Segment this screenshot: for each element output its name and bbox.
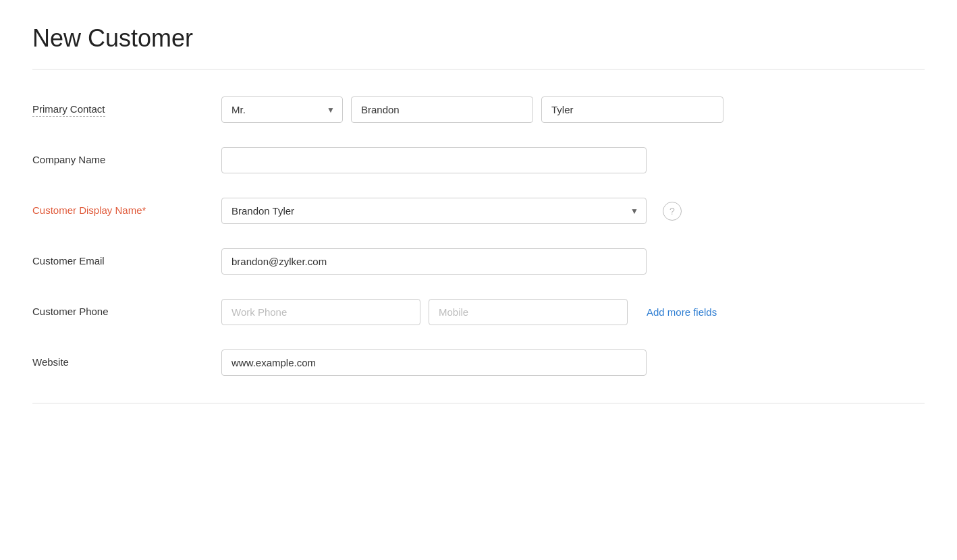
customer-email-row: Customer Email bbox=[32, 248, 925, 275]
customer-email-input[interactable] bbox=[221, 248, 647, 275]
page-title: New Customer bbox=[32, 24, 925, 53]
mobile-input[interactable] bbox=[429, 299, 628, 325]
company-name-fields bbox=[221, 147, 925, 173]
website-label: Website bbox=[32, 349, 221, 368]
salutation-select[interactable]: Mr. Mrs. Ms. Miss Dr. bbox=[221, 96, 343, 123]
customer-display-name-row: Customer Display Name* Brandon Tyler Tyl… bbox=[32, 198, 925, 224]
customer-phone-fields: Add more fields bbox=[221, 299, 925, 325]
bottom-divider bbox=[32, 403, 925, 403]
company-name-input[interactable] bbox=[221, 147, 647, 173]
form-section: Primary Contact Mr. Mrs. Ms. Miss Dr. ▼ bbox=[32, 96, 925, 376]
customer-display-name-label: Customer Display Name* bbox=[32, 198, 221, 216]
company-name-label: Company Name bbox=[32, 147, 221, 165]
customer-phone-label-text: Customer Phone bbox=[32, 306, 109, 317]
website-label-text: Website bbox=[32, 356, 69, 368]
customer-display-name-select[interactable]: Brandon Tyler Tyler Brandon Brandon bbox=[221, 198, 647, 224]
add-more-fields-link[interactable]: Add more fields bbox=[647, 306, 717, 318]
website-row: Website bbox=[32, 349, 925, 376]
salutation-select-wrapper: Mr. Mrs. Ms. Miss Dr. ▼ bbox=[221, 96, 343, 123]
website-input[interactable] bbox=[221, 349, 647, 376]
website-fields bbox=[221, 349, 925, 376]
customer-email-label-text: Customer Email bbox=[32, 255, 105, 267]
customer-email-fields bbox=[221, 248, 925, 275]
page-container: New Customer Primary Contact Mr. Mrs. Ms… bbox=[0, 0, 957, 560]
help-icon-symbol: ? bbox=[669, 206, 675, 217]
help-icon[interactable]: ? bbox=[663, 202, 682, 221]
customer-display-name-label-text: Customer Display Name* bbox=[32, 204, 146, 216]
company-name-label-text: Company Name bbox=[32, 154, 105, 165]
primary-contact-row: Primary Contact Mr. Mrs. Ms. Miss Dr. ▼ bbox=[32, 96, 925, 123]
first-name-input[interactable] bbox=[351, 96, 533, 123]
customer-phone-row: Customer Phone Add more fields bbox=[32, 299, 925, 325]
last-name-input[interactable] bbox=[541, 96, 723, 123]
customer-display-name-fields: Brandon Tyler Tyler Brandon Brandon ▼ ? bbox=[221, 198, 925, 224]
customer-phone-label: Customer Phone bbox=[32, 299, 221, 317]
display-name-select-wrapper: Brandon Tyler Tyler Brandon Brandon ▼ bbox=[221, 198, 647, 224]
header-divider bbox=[32, 69, 925, 69]
primary-contact-label-text: Primary Contact bbox=[32, 103, 105, 117]
work-phone-input[interactable] bbox=[221, 299, 420, 325]
company-name-row: Company Name bbox=[32, 147, 925, 173]
customer-email-label: Customer Email bbox=[32, 248, 221, 267]
primary-contact-label: Primary Contact bbox=[32, 96, 221, 117]
primary-contact-fields: Mr. Mrs. Ms. Miss Dr. ▼ bbox=[221, 96, 925, 123]
